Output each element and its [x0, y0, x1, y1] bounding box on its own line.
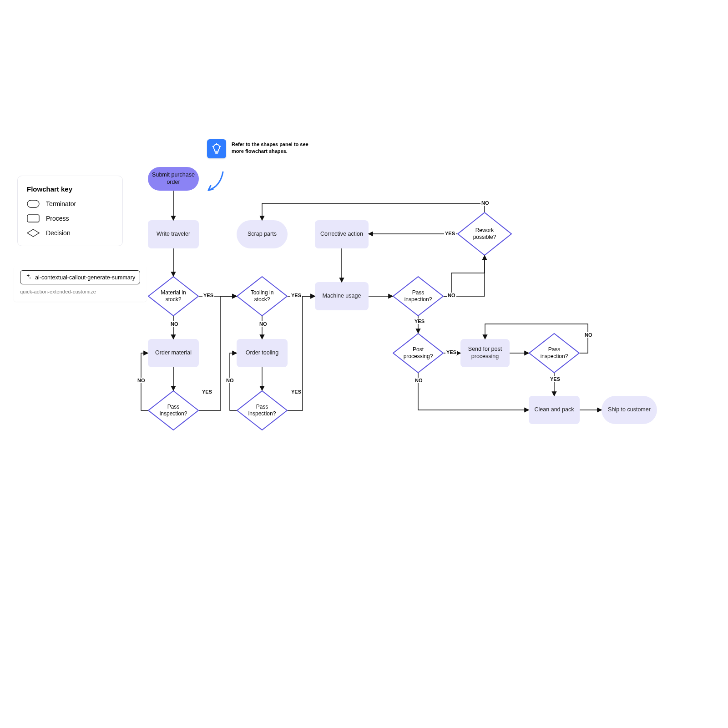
node-pass-inspection-1[interactable]: Pass inspection?: [393, 276, 444, 316]
legend-item-terminator: Terminator: [27, 199, 113, 208]
edge-label-yes: YES: [290, 389, 302, 394]
process-icon: [27, 214, 40, 223]
svg-rect-0: [27, 200, 39, 207]
node-machine-usage[interactable]: Machine usage: [315, 282, 369, 310]
node-write-traveler[interactable]: Write traveler: [148, 220, 199, 248]
sparkle-icon: [25, 273, 31, 281]
edge-label-no: NO: [225, 378, 235, 383]
node-send-post[interactable]: Send for post processing: [460, 339, 510, 367]
node-pass-inspection-material[interactable]: Pass inspection?: [148, 390, 199, 430]
node-scrap-parts[interactable]: Scrap parts: [237, 220, 288, 248]
ai-chip-label: ai-contextual-callout-generate-summary: [35, 274, 135, 281]
legend-title: Flowchart key: [27, 185, 113, 193]
edge-label-no: NO: [584, 332, 593, 338]
tip-text: Refer to the shapes panel to see more fl…: [232, 141, 309, 155]
edge-label-yes: YES: [290, 293, 302, 298]
node-clean-pack[interactable]: Clean and pack: [529, 396, 580, 424]
edge-label-no: NO: [170, 321, 179, 327]
edge-label-no: NO: [258, 321, 268, 327]
connectors: [0, 0, 728, 728]
tip-note: Refer to the shapes panel to see more fl…: [207, 139, 309, 158]
node-material-stock[interactable]: Material in stock?: [148, 276, 199, 316]
legend-item-process: Process: [27, 214, 113, 223]
node-ship-customer[interactable]: Ship to customer: [602, 396, 657, 424]
node-pass-inspection-2[interactable]: Pass inspection?: [529, 333, 580, 373]
legend-label: Process: [46, 215, 69, 222]
flowchart-legend: Flowchart key Terminator Process Decisio…: [17, 176, 123, 246]
ai-customize-label[interactable]: quick-action-extended-customize: [20, 289, 140, 294]
node-tooling-stock[interactable]: Tooling in stock?: [237, 276, 288, 316]
edge-label-no: NO: [414, 378, 424, 383]
decision-icon: [27, 228, 40, 238]
ai-callout: ai-contextual-callout-generate-summary q…: [14, 266, 147, 302]
edge-label-no: NO: [480, 200, 490, 206]
edge-label-no: NO: [447, 293, 456, 298]
edge-label-no: NO: [136, 378, 146, 383]
edge-label-yes: YES: [414, 318, 425, 324]
edge-label-yes: YES: [445, 349, 457, 355]
legend-item-decision: Decision: [27, 228, 113, 238]
node-start[interactable]: Submit purchase order: [148, 167, 199, 191]
legend-label: Terminator: [46, 200, 76, 207]
ai-generate-summary-button[interactable]: ai-contextual-callout-generate-summary: [20, 270, 140, 284]
node-order-material[interactable]: Order material: [148, 339, 199, 367]
edge-label-yes: YES: [201, 389, 213, 394]
svg-rect-1: [27, 215, 39, 222]
node-order-tooling[interactable]: Order tooling: [237, 339, 288, 367]
node-rework-possible[interactable]: Rework possible?: [457, 212, 512, 256]
node-corrective-action[interactable]: Corrective action: [315, 220, 369, 248]
edge-label-yes: YES: [549, 376, 561, 382]
edge-label-yes: YES: [444, 231, 456, 236]
terminator-icon: [27, 199, 40, 208]
legend-label: Decision: [46, 229, 71, 237]
lightbulb-icon: [207, 139, 226, 158]
edge-label-yes: YES: [202, 293, 214, 298]
pointer-arrow: [202, 170, 229, 197]
node-pass-inspection-tooling[interactable]: Pass inspection?: [237, 390, 288, 430]
node-post-processing[interactable]: Post processing?: [393, 333, 444, 373]
